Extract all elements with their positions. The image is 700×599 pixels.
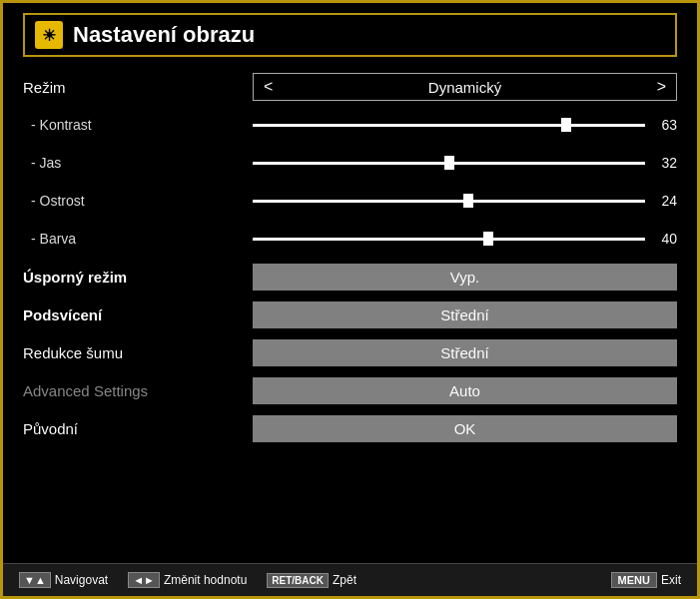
tv-frame: ☀ Nastavení obrazu Režim<Dynamický>- Kon…: [0, 0, 700, 599]
slider-thumb-barva[interactable]: [483, 232, 493, 246]
value-advanced[interactable]: Auto: [253, 377, 677, 404]
setting-row-jas: - Jas32: [23, 147, 677, 179]
nav-navigate: ▼▲ Navigovat: [19, 572, 108, 588]
label-usporny: Úsporný režim: [23, 269, 253, 286]
label-barva: - Barva: [23, 231, 253, 247]
slider-value-kontrast: 63: [653, 117, 677, 133]
value-btn-puvodni[interactable]: OK: [253, 415, 677, 442]
value-jas[interactable]: 32: [253, 155, 677, 171]
slider-ostrost[interactable]: 24: [253, 193, 677, 209]
slider-value-ostrost: 24: [653, 193, 677, 209]
slider-barva[interactable]: 40: [253, 231, 677, 247]
slider-thumb-jas[interactable]: [444, 156, 454, 170]
setting-row-barva: - Barva40: [23, 223, 677, 255]
back-key: RET/BACK: [267, 573, 329, 588]
setting-row-puvodni: PůvodníOK: [23, 412, 677, 444]
slider-kontrast[interactable]: 63: [253, 117, 677, 133]
settings-rows: Režim<Dynamický>- Kontrast63- Jas32- Ost…: [23, 71, 677, 553]
setting-row-rezim: Režim<Dynamický>: [23, 71, 677, 103]
setting-row-usporny: Úsporný režimVyp.: [23, 261, 677, 293]
nav-navigate-label: Navigovat: [55, 573, 108, 587]
label-kontrast: - Kontrast: [23, 117, 253, 133]
mode-right-rezim[interactable]: >: [647, 74, 676, 100]
label-advanced: Advanced Settings: [23, 382, 253, 399]
nav-back: RET/BACK Zpět: [267, 573, 356, 588]
value-kontrast[interactable]: 63: [253, 117, 677, 133]
title-bar: ☀ Nastavení obrazu: [23, 13, 677, 57]
slider-jas[interactable]: 32: [253, 155, 677, 171]
label-ostrost: - Ostrost: [23, 193, 253, 209]
nav-bar: ▼▲ Navigovat ◄► Změnit hodnotu RET/BACK …: [3, 563, 697, 596]
label-podsviceni: Podsvícení: [23, 306, 253, 323]
slider-track-kontrast: [253, 124, 645, 127]
slider-track-ostrost: [253, 200, 645, 203]
value-btn-usporny[interactable]: Vyp.: [253, 264, 677, 291]
slider-thumb-kontrast[interactable]: [561, 118, 571, 132]
nav-menu: MENU Exit: [611, 572, 681, 588]
value-ostrost[interactable]: 24: [253, 193, 677, 209]
mode-left-rezim[interactable]: <: [254, 74, 283, 100]
value-btn-redukce[interactable]: Střední: [253, 339, 677, 366]
setting-row-ostrost: - Ostrost24: [23, 185, 677, 217]
nav-arrows-icon: ▼▲: [19, 572, 51, 588]
menu-panel: ☀ Nastavení obrazu Režim<Dynamický>- Kon…: [3, 3, 697, 563]
label-jas: - Jas: [23, 155, 253, 171]
value-btn-podsviceni[interactable]: Střední: [253, 301, 677, 328]
setting-row-kontrast: - Kontrast63: [23, 109, 677, 141]
nav-back-label: Zpět: [333, 573, 356, 587]
nav-change-label: Změnit hodnotu: [164, 573, 247, 587]
value-usporny[interactable]: Vyp.: [253, 264, 677, 291]
page-title: Nastavení obrazu: [73, 22, 255, 48]
label-redukce: Redukce šumu: [23, 344, 253, 361]
slider-value-barva: 40: [653, 231, 677, 247]
mode-label-rezim: Dynamický: [283, 79, 646, 96]
title-icon: ☀: [35, 21, 63, 49]
value-rezim[interactable]: <Dynamický>: [253, 73, 677, 101]
slider-thumb-ostrost[interactable]: [463, 194, 473, 208]
value-barva[interactable]: 40: [253, 231, 677, 247]
label-puvodni: Původní: [23, 420, 253, 437]
menu-key: MENU: [611, 572, 657, 588]
value-puvodni[interactable]: OK: [253, 415, 677, 442]
value-podsviceni[interactable]: Střední: [253, 301, 677, 328]
nav-change-icon: ◄►: [128, 572, 160, 588]
setting-row-redukce: Redukce šumuStřední: [23, 336, 677, 368]
slider-track-barva: [253, 238, 645, 241]
value-redukce[interactable]: Střední: [253, 339, 677, 366]
slider-track-jas: [253, 162, 645, 165]
slider-value-jas: 32: [653, 155, 677, 171]
nav-menu-label: Exit: [661, 573, 681, 587]
mode-selector-rezim[interactable]: <Dynamický>: [253, 73, 677, 101]
setting-row-advanced: Advanced SettingsAuto: [23, 374, 677, 406]
setting-row-podsviceni: PodsvíceníStřední: [23, 299, 677, 330]
nav-change: ◄► Změnit hodnotu: [128, 572, 247, 588]
label-rezim: Režim: [23, 79, 253, 96]
value-btn-advanced[interactable]: Auto: [253, 377, 677, 404]
